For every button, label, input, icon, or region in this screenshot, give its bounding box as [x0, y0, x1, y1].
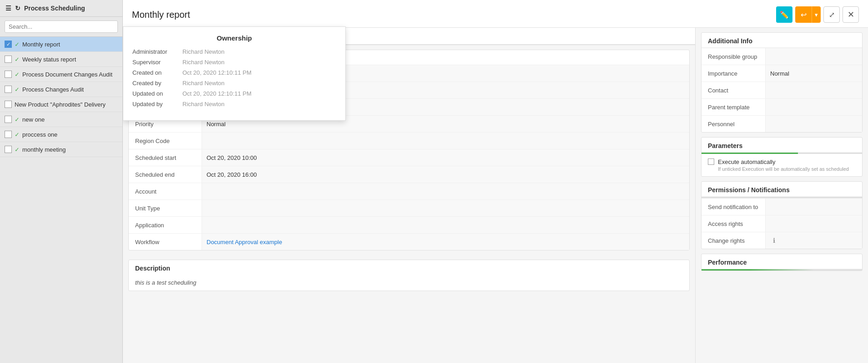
- ownership-field-label: Created on: [132, 69, 182, 76]
- list-item[interactable]: ✓proccess one: [0, 127, 122, 142]
- permissions-field-row: Access rights: [701, 215, 862, 232]
- field-row: Region Code: [129, 132, 689, 149]
- list-item-label: Process Document Changes Audit: [22, 71, 112, 78]
- additional-field-row: Contact: [701, 82, 862, 98]
- list-item[interactable]: New Product "Aphrodites" Delivery: [0, 97, 122, 112]
- additional-field-value: [765, 48, 862, 65]
- list-item-checkbox[interactable]: [5, 86, 12, 93]
- field-label: Workflow: [129, 235, 202, 249]
- ownership-field-value: Oct 20, 2020 12:10:11 PM: [182, 90, 252, 97]
- list-item-checkbox[interactable]: ✓: [5, 41, 12, 48]
- performance-section: Performance: [701, 254, 863, 271]
- check-icon: ✓: [15, 116, 20, 123]
- field-row: WorkflowDocument Approval example: [129, 233, 689, 250]
- permissions-section: Permissions / Notifications Send notific…: [701, 181, 863, 249]
- list-item-checkbox[interactable]: [5, 101, 12, 108]
- execute-hint: If unticked Execution will be automatica…: [718, 166, 849, 172]
- send-button-group: ↩ ▾: [795, 6, 821, 23]
- list-item[interactable]: ✓✓Monthly report: [0, 37, 122, 52]
- permissions-field-value: ℹ: [765, 232, 862, 249]
- additional-info-title: Additional Info: [701, 33, 862, 48]
- permissions-fields: Send notification toAccess rightsChange …: [701, 198, 862, 249]
- refresh-icon[interactable]: ↻: [15, 5, 20, 12]
- list-item-label: Process Changes Audit: [22, 86, 84, 93]
- ownership-field-label: Supervisor: [132, 59, 182, 66]
- send-dropdown[interactable]: ▾: [812, 6, 821, 23]
- ownership-field-value: Richard Newton: [182, 101, 225, 107]
- check-icon: ✓: [15, 146, 20, 153]
- field-value: Oct 20, 2020 16:00: [202, 166, 689, 183]
- expand-button[interactable]: ⤢: [823, 6, 840, 23]
- field-value[interactable]: Document Approval example: [202, 234, 689, 250]
- list-item-label: Weekly status report: [22, 56, 76, 63]
- list-item[interactable]: ✓Process Changes Audit: [0, 82, 122, 97]
- sidebar-toolbar: [0, 17, 122, 37]
- parameters-section: Parameters Execute automatically If unti…: [701, 137, 863, 177]
- info-icon[interactable]: ℹ: [773, 237, 775, 244]
- list-item[interactable]: ✓Process Document Changes Audit: [0, 67, 122, 82]
- field-row: Scheduled startOct 20, 2020 10:00: [129, 149, 689, 166]
- list-item[interactable]: ✓monthly meeting: [0, 142, 122, 157]
- sidebar-list: ✓✓Monthly report✓Weekly status report✓Pr…: [0, 37, 122, 363]
- right-panel: Additional Info Responsible groupImporta…: [695, 28, 868, 363]
- field-value: Oct 20, 2020 10:00: [202, 149, 689, 166]
- sidebar: ☰ ↻ Process Scheduling ✓✓Monthly report✓…: [0, 0, 123, 363]
- list-item-checkbox[interactable]: [5, 131, 12, 138]
- execute-automatically-checkbox[interactable]: [708, 158, 714, 165]
- sidebar-header: ☰ ↻ Process Scheduling: [0, 0, 122, 17]
- list-item-checkbox[interactable]: [5, 146, 12, 153]
- additional-info-fields: Responsible groupImportanceNormalContact…: [701, 48, 862, 132]
- field-row: Account: [129, 183, 689, 199]
- ownership-field-value: Richard Newton: [182, 59, 225, 66]
- ownership-field-value: Richard Newton: [182, 80, 225, 87]
- field-label: Scheduled end: [129, 168, 202, 182]
- ownership-row: AdministratorRichard Newton: [132, 48, 336, 55]
- ownership-row: SupervisorRichard Newton: [132, 59, 336, 66]
- ownership-field-label: Updated on: [132, 90, 182, 97]
- ownership-row: Created onOct 20, 2020 12:10:11 PM: [132, 69, 336, 76]
- ownership-field-label: Updated by: [132, 101, 182, 107]
- permissions-field-label: Access rights: [701, 217, 765, 231]
- list-item[interactable]: ✓Weekly status report: [0, 52, 122, 67]
- execute-automatically-label: Execute automatically: [718, 158, 849, 165]
- ownership-title: Ownership: [132, 34, 336, 42]
- list-item[interactable]: ✓new one: [0, 112, 122, 127]
- list-item-checkbox[interactable]: [5, 71, 12, 78]
- additional-field-label: Personnel: [701, 117, 765, 131]
- field-value: [202, 200, 689, 216]
- execute-row: Execute automatically If unticked Execut…: [701, 154, 862, 176]
- field-value: [202, 133, 689, 149]
- page-title: Monthly report: [132, 10, 190, 20]
- additional-field-label: Parent template: [701, 100, 765, 114]
- ownership-row: Updated byRichard Newton: [132, 101, 336, 107]
- send-button[interactable]: ↩: [795, 6, 812, 23]
- topbar-actions: ✏️ ↩ ▾ ⤢ ✕: [776, 6, 859, 23]
- field-value: [202, 183, 689, 199]
- additional-field-row: Responsible group: [701, 48, 862, 65]
- main-content: Monthly report ✏️ ↩ ▾ ⤢ ✕ Ownership Admi…: [123, 0, 868, 363]
- list-item-label: New Product "Aphrodites" Delivery: [15, 101, 106, 108]
- additional-field-row: ImportanceNormal: [701, 65, 862, 82]
- performance-title: Performance: [701, 254, 862, 269]
- list-item-checkbox[interactable]: [5, 116, 12, 123]
- menu-icon[interactable]: ☰: [5, 5, 11, 12]
- additional-field-value: [765, 82, 862, 98]
- sidebar-title: Process Scheduling: [24, 5, 85, 12]
- additional-field-value: [765, 99, 862, 115]
- topbar: Monthly report ✏️ ↩ ▾ ⤢ ✕: [123, 0, 868, 28]
- performance-progress-bar: [701, 269, 862, 271]
- ownership-row: Created byRichard Newton: [132, 80, 336, 87]
- field-label: Application: [129, 218, 202, 232]
- ownership-fields: AdministratorRichard NewtonSupervisorRic…: [132, 48, 336, 107]
- parameters-title: Parameters: [701, 138, 862, 153]
- list-item-label: Monthly report: [22, 41, 60, 48]
- ownership-panel: Ownership AdministratorRichard NewtonSup…: [123, 26, 346, 121]
- edit-button[interactable]: ✏️: [776, 6, 792, 23]
- list-item-checkbox[interactable]: [5, 56, 12, 63]
- check-icon: ✓: [15, 41, 20, 48]
- close-button[interactable]: ✕: [843, 6, 859, 23]
- search-input[interactable]: [5, 20, 118, 33]
- field-value: [202, 217, 689, 233]
- permissions-title: Permissions / Notifications: [701, 182, 862, 197]
- ownership-field-value: Richard Newton: [182, 48, 225, 55]
